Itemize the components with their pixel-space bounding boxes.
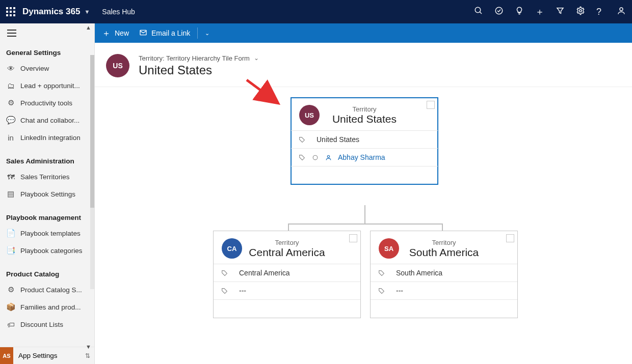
hub-name[interactable]: Sales Hub: [102, 8, 135, 16]
chat-icon: 💬: [6, 116, 15, 125]
lightbulb-icon[interactable]: [515, 6, 524, 17]
global-header: Dynamics 365 ▼ Sales Hub ＋ ?: [0, 0, 632, 23]
connector-line: [288, 223, 289, 231]
sidebar-item-label: Discount Lists: [20, 321, 63, 328]
sidebar-item-sales-territories[interactable]: 🗺Sales Territories: [0, 168, 94, 185]
sidebar-item-label: LinkedIn integration: [20, 134, 81, 142]
sidebar-item-playbook-categories[interactable]: 📑Playbook categories: [0, 242, 94, 259]
map-icon: 🗺: [6, 172, 15, 181]
svg-point-2: [495, 7, 503, 14]
tile-field-row: Central America: [214, 264, 360, 282]
tile-name: Central America: [222, 246, 352, 259]
territory-tile-root[interactable]: US Territory United States United States…: [291, 97, 438, 185]
tag-icon: 🏷: [6, 320, 15, 329]
tag-outline-icon: [298, 154, 305, 161]
add-icon[interactable]: ＋: [535, 7, 544, 16]
main-area: ＋ New Email a Link ⌄ US Territory: Terri…: [95, 23, 632, 364]
linkedin-icon: in: [6, 133, 15, 142]
email-link-button[interactable]: Email a Link: [139, 29, 190, 38]
sidebar-item-playbook-settings[interactable]: ▤Playbook Settings: [0, 185, 94, 203]
sidebar-item-catalog-settings[interactable]: ⚙Product Catalog S...: [0, 281, 94, 298]
app-switch-chevron-icon[interactable]: ▼: [84, 9, 90, 15]
tag-outline-icon: [298, 136, 305, 143]
svg-point-6: [313, 155, 318, 160]
sidebar-item-label: Playbook Settings: [20, 190, 75, 198]
sidebar-item-label: Families and prod...: [20, 303, 81, 311]
eye-icon: 👁: [6, 64, 15, 73]
svg-point-4: [620, 8, 623, 11]
connector-line: [364, 205, 365, 223]
sidebar-item-overview[interactable]: 👁Overview: [0, 60, 94, 77]
tag-outline-icon: [221, 287, 228, 294]
category-icon: 📑: [6, 246, 15, 255]
connector-line: [442, 223, 443, 231]
tile-field-value: South America: [396, 269, 442, 277]
territory-tile-child[interactable]: SA Territory South America South America…: [370, 231, 518, 318]
sidebar-item-productivity[interactable]: ⚙Productivity tools: [0, 94, 94, 111]
tile-type-label: Territory: [299, 105, 430, 113]
sidebar-item-label: Productivity tools: [20, 99, 72, 107]
email-link-dropdown[interactable]: ⌄: [205, 30, 209, 37]
sidebar-item-label: Playbook categories: [20, 247, 83, 255]
profile-icon[interactable]: [617, 6, 626, 17]
settings-icon[interactable]: [576, 6, 585, 17]
app-launcher-icon[interactable]: [6, 7, 15, 16]
task-icon[interactable]: [494, 6, 504, 17]
sidebar-item-label: Sales Territories: [20, 173, 70, 181]
sidebar-section-product-catalog: Product Catalog: [0, 265, 94, 281]
sidebar-scroll-down-icon[interactable]: ▼: [86, 344, 91, 350]
area-avatar: AS: [0, 347, 13, 365]
sidebar-toggle[interactable]: [0, 23, 94, 43]
tile-owner-row: ---: [371, 282, 517, 299]
sidebar-item-linkedin[interactable]: inLinkedIn integration: [0, 129, 94, 146]
tile-name: United States: [299, 113, 430, 125]
tile-field-row: South America: [371, 264, 517, 282]
area-switch-icon: ⇅: [85, 352, 90, 359]
plus-icon: ＋: [102, 27, 111, 39]
sidebar-section-playbook-mgmt: Playbook management: [0, 209, 94, 225]
tile-select-checkbox[interactable]: [506, 234, 514, 242]
sidebar-item-chat-collab[interactable]: 💬Chat and collabor...: [0, 111, 94, 129]
email-link-label: Email a Link: [151, 29, 190, 37]
sidebar-item-lead-opportunity[interactable]: 🗂Lead + opportunit...: [0, 77, 94, 94]
app-title[interactable]: Dynamics 365: [22, 7, 80, 17]
catalog-icon: ⚙: [6, 285, 15, 294]
sidebar-item-label: Chat and collabor...: [20, 117, 80, 124]
connector-line: [288, 223, 443, 225]
sidebar-scrollbar-thumb[interactable]: [90, 55, 94, 208]
form-selector-label[interactable]: Territory: Territory Hierarchy Tile Form: [139, 54, 250, 62]
territory-tile-child[interactable]: CA Territory Central America Central Ame…: [213, 231, 361, 318]
tile-select-checkbox[interactable]: [349, 234, 357, 242]
new-button[interactable]: ＋ New: [102, 27, 129, 39]
person-icon: [325, 154, 332, 161]
tile-owner-row: ---: [214, 282, 360, 299]
search-icon[interactable]: [474, 6, 483, 17]
sidebar-section-general: General Settings: [0, 44, 94, 60]
tag-outline-icon: [221, 269, 228, 276]
hamburger-icon: [7, 30, 16, 37]
help-icon[interactable]: ?: [596, 7, 605, 16]
sidebar-item-label: Overview: [20, 65, 49, 72]
sidebar-item-families-products[interactable]: 📦Families and prod...: [0, 298, 94, 316]
command-separator: [197, 27, 198, 39]
sidebar-item-label: Playbook templates: [20, 230, 81, 237]
sidebar-item-discount-lists[interactable]: 🏷Discount Lists: [0, 316, 94, 333]
chevron-down-icon[interactable]: ⌄: [254, 54, 259, 62]
tile-field-value: United States: [317, 135, 359, 144]
sidebar-scroll-up-icon[interactable]: ▲: [86, 24, 91, 31]
tile-select-checkbox[interactable]: [427, 101, 435, 109]
sidebar-item-playbook-templates[interactable]: 📄Playbook templates: [0, 225, 94, 242]
area-label: App Settings: [18, 352, 80, 359]
tile-owner-row: Abhay Sharma: [291, 148, 438, 166]
tile-empty-row: [214, 299, 360, 318]
nav-sidebar: ▲ General Settings 👁Overview 🗂Lead + opp…: [0, 23, 95, 364]
record-header: US Territory: Territory Hierarchy Tile F…: [95, 43, 632, 87]
tag-outline-icon: [378, 269, 385, 276]
header-icon-tray: ＋ ?: [474, 6, 626, 17]
filter-icon[interactable]: [556, 6, 565, 17]
sidebar-section-sales-admin: Sales Administration: [0, 152, 94, 168]
command-bar: ＋ New Email a Link ⌄: [95, 23, 632, 43]
sidebar-area-switcher[interactable]: AS App Settings ⇅: [0, 347, 94, 364]
tile-owner-link[interactable]: Abhay Sharma: [338, 153, 385, 161]
mail-icon: [139, 29, 147, 38]
